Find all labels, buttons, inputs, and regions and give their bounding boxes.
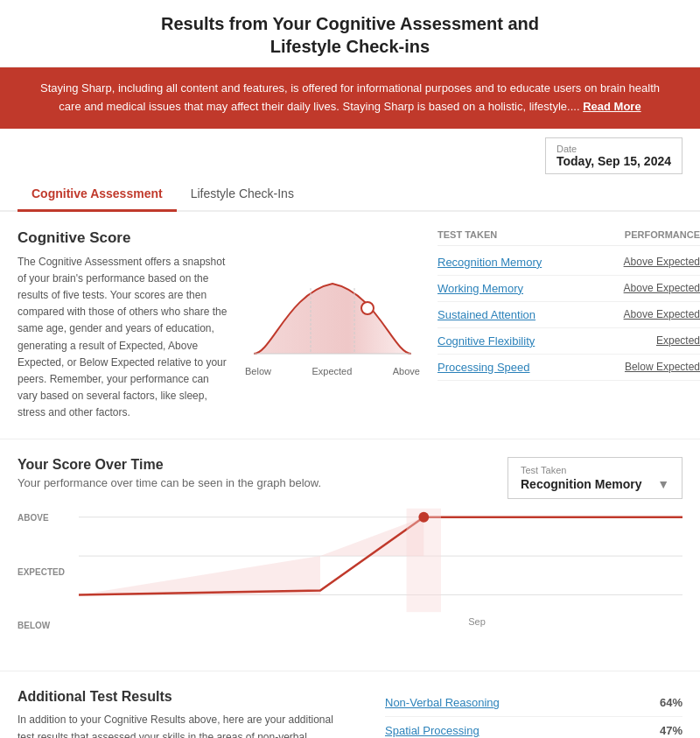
svg-point-2	[361, 302, 374, 314]
date-box: Date Today, Sep 15, 2024	[545, 137, 682, 174]
table-row: Recognition Memory Above Expected	[438, 250, 700, 276]
table-row: Processing Speed Below Expected	[438, 355, 700, 381]
info-banner: Staying Sharp, including all content and…	[0, 67, 700, 129]
score-over-time-section: Your Score Over Time Your performance ov…	[0, 439, 700, 671]
test-taken-dropdown[interactable]: Test Taken Recognition Memory ▼	[508, 457, 682, 499]
chart-label-expected: EXPECTED	[18, 567, 74, 577]
test-name-cognitive-flexibility[interactable]: Cognitive Flexibility	[438, 334, 535, 348]
test-name-sustained-attention[interactable]: Sustained Attention	[438, 308, 536, 321]
score-time-subtitle: Your performance over time can be seen i…	[18, 476, 321, 489]
date-bar: Date Today, Sep 15, 2024	[0, 129, 700, 178]
bell-curve-labels: Below Expected Above	[245, 366, 420, 376]
tab-lifestyle-checkins[interactable]: Lifestyle Check-Ins	[177, 178, 308, 212]
bell-curve-chart	[245, 275, 420, 362]
svg-point-9	[418, 512, 429, 523]
test-perf-processing-speed: Below Expected	[625, 361, 700, 373]
additional-test-nonverbal[interactable]: Non-Verbal Reasoning	[385, 696, 500, 709]
dropdown-label: Test Taken	[521, 465, 669, 475]
chevron-down-icon: ▼	[657, 477, 669, 491]
test-perf-recognition-memory: Above Expected	[624, 256, 700, 268]
date-label: Date	[556, 144, 671, 154]
page-header: Results from Your Cognitive Assessment a…	[0, 0, 700, 67]
score-chart: ABOVE EXPECTED BELOW Sep	[18, 508, 682, 653]
test-perf-sustained-attention: Above Expected	[624, 308, 700, 320]
table-row: Working Memory Above Expected	[438, 276, 700, 302]
col-performance: PERFORMANCE	[625, 229, 700, 240]
test-table-header: TEST TAKEN PERFORMANCE	[438, 229, 700, 246]
chart-label-above: ABOVE	[18, 513, 74, 523]
test-perf-cognitive-flexibility: Expected	[656, 334, 700, 347]
score-time-header: Your Score Over Time Your performance ov…	[18, 457, 682, 499]
test-name-processing-speed[interactable]: Processing Speed	[438, 361, 530, 374]
cognitive-score-desc: The Cognitive Assessment offers a snapsh…	[18, 254, 228, 422]
additional-desc: In addition to your Cognitive Results ab…	[18, 712, 350, 738]
score-chart-svg	[79, 508, 682, 613]
bell-label-below: Below	[245, 366, 271, 376]
dropdown-value: Recognition Memory ▼	[521, 477, 669, 491]
table-row: Sustained Attention Above Expected	[438, 302, 700, 328]
svg-rect-8	[407, 509, 441, 612]
chart-label-below: BELOW	[18, 621, 74, 630]
tab-bar: Cognitive Assessment Lifestyle Check-Ins	[0, 178, 700, 212]
list-item: Non-Verbal Reasoning 64%	[385, 689, 682, 717]
bell-curve-container: Below Expected Above	[245, 229, 420, 422]
x-axis-label: Sep	[79, 616, 682, 627]
score-time-title: Your Score Over Time Your performance ov…	[18, 457, 321, 489]
cognitive-description: Cognitive Score The Cognitive Assessment…	[18, 229, 228, 422]
test-table: TEST TAKEN PERFORMANCE Recognition Memor…	[438, 229, 700, 381]
test-name-recognition-memory[interactable]: Recognition Memory	[438, 256, 542, 269]
list-item: Spatial Processing 47%	[385, 717, 682, 738]
col-test-taken: TEST TAKEN	[438, 229, 497, 240]
additional-test-results-section: Additional Test Results In addition to y…	[0, 671, 700, 738]
cognitive-score-section: Cognitive Score The Cognitive Assessment…	[0, 212, 700, 440]
read-more-link[interactable]: Read More	[583, 100, 640, 113]
bell-label-above: Above	[393, 366, 420, 376]
score-time-heading: Your Score Over Time	[18, 457, 321, 473]
date-value: Today, Sep 15, 2024	[556, 154, 671, 168]
additional-pct-spatial: 47%	[660, 724, 682, 737]
bell-label-expected: Expected	[312, 366, 352, 376]
chart-y-labels: ABOVE EXPECTED BELOW	[18, 508, 74, 636]
table-row: Cognitive Flexibility Expected	[438, 328, 700, 355]
test-perf-working-memory: Above Expected	[624, 282, 700, 294]
additional-rows: Non-Verbal Reasoning 64% Spatial Process…	[385, 689, 682, 738]
page-title: Results from Your Cognitive Assessment a…	[18, 12, 682, 58]
tab-cognitive-assessment[interactable]: Cognitive Assessment	[18, 178, 177, 212]
additional-title: Additional Test Results	[18, 689, 350, 705]
additional-pct-nonverbal: 64%	[660, 696, 682, 709]
cognitive-score-title: Cognitive Score	[18, 229, 228, 247]
additional-content: Additional Test Results In addition to y…	[18, 689, 682, 738]
additional-left: Additional Test Results In addition to y…	[18, 689, 350, 738]
additional-test-spatial[interactable]: Spatial Processing	[385, 724, 480, 737]
test-results-table: TEST TAKEN PERFORMANCE Recognition Memor…	[438, 229, 700, 422]
test-name-working-memory[interactable]: Working Memory	[438, 282, 523, 295]
